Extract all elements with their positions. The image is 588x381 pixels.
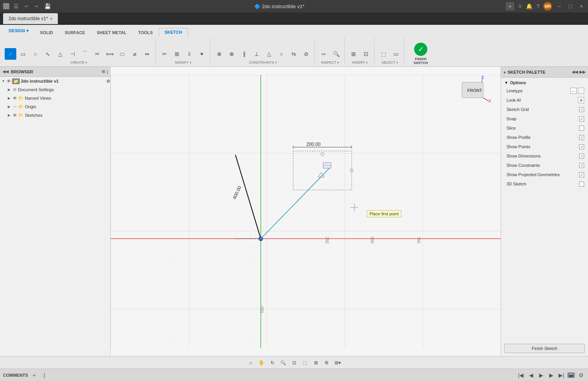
option-row-show-points[interactable]: Show Points: [501, 142, 588, 151]
trim-modify-button[interactable]: ✂: [159, 48, 170, 60]
linetype-dashed-icon[interactable]: ⬚: [578, 88, 584, 94]
tab-surface[interactable]: SURFACE: [59, 28, 91, 36]
help-button[interactable]: ?: [536, 3, 539, 9]
collapse-panel-button[interactable]: |: [40, 371, 48, 379]
notifications-button[interactable]: 🔔: [526, 3, 532, 9]
option-row-show-dimensions[interactable]: Show Dimensions: [501, 151, 588, 161]
show-profile-checkbox[interactable]: [579, 135, 584, 140]
offset-tool-button[interactable]: ⟺: [104, 48, 116, 60]
tab-close-icon[interactable]: ×: [50, 17, 52, 21]
redo-button[interactable]: ↪: [33, 3, 40, 10]
tab-sketch[interactable]: SKETCH: [159, 28, 188, 36]
add-tab-button[interactable]: +: [506, 2, 514, 10]
visibility-icon-origin[interactable]: 👁: [13, 104, 17, 109]
doc-settings-icon[interactable]: ⚙: [106, 79, 110, 84]
fix-button[interactable]: ⊘: [300, 48, 312, 60]
offset-modify-button[interactable]: ⊞: [171, 48, 183, 60]
coincident-button[interactable]: ⊕: [213, 48, 225, 60]
sketch-grid-checkbox[interactable]: [579, 107, 584, 112]
spline-tool-button[interactable]: ∿: [42, 48, 54, 60]
finish-sketch-toolbar-button[interactable]: ✓ FINISH SKETCH: [408, 42, 434, 65]
linetype-solid-icon[interactable]: —: [571, 88, 577, 94]
display-button[interactable]: ⬚: [300, 358, 310, 367]
add-comment-button[interactable]: +: [30, 371, 38, 379]
pan-button[interactable]: ✋: [257, 358, 266, 367]
select1-button[interactable]: ⬚: [378, 48, 389, 60]
option-row-show-constraints[interactable]: Show Constraints: [501, 161, 588, 170]
tree-item-settings[interactable]: ▶ ⚙ Document Settings: [0, 85, 110, 94]
home-view-button[interactable]: ⌂: [246, 358, 255, 367]
select2-button[interactable]: ▭: [390, 48, 402, 60]
visibility-icon-doc[interactable]: 👁: [7, 79, 11, 83]
tab-sheet-metal[interactable]: SHEET METAL: [91, 28, 132, 36]
browser-nav-prev[interactable]: ◀◀: [2, 69, 9, 74]
tree-item-origin[interactable]: ▶ 👁 📁 Origin: [0, 102, 110, 111]
document-tab[interactable]: 2do instructible v1* ×: [3, 13, 58, 24]
line-tool-button[interactable]: ⟋: [5, 48, 16, 60]
option-row-3d-sketch[interactable]: 3D Sketch: [501, 179, 588, 189]
zoom-button[interactable]: 🔍: [279, 358, 288, 367]
equal-button[interactable]: ○: [276, 48, 287, 60]
collinear-button[interactable]: ⊗: [226, 48, 238, 60]
arc-tool-button[interactable]: ⌒: [79, 48, 91, 60]
tangent-button[interactable]: △: [263, 48, 275, 60]
browser-expand-button[interactable]: ⊞: [102, 69, 105, 74]
slice-checkbox[interactable]: [579, 126, 584, 131]
tree-item-sketches[interactable]: ▶ 👁 📁 Sketches: [0, 111, 110, 119]
nav-prev-button[interactable]: ◀: [527, 371, 535, 379]
polygon-tool-button[interactable]: △: [54, 48, 66, 60]
look-at-icon[interactable]: ⊞: [578, 97, 584, 103]
show-dimensions-checkbox[interactable]: [579, 154, 584, 159]
perpendicular-button[interactable]: ⊥: [251, 48, 262, 60]
statusbar-settings-button[interactable]: ⚙: [577, 371, 585, 379]
show-constraints-checkbox[interactable]: [579, 163, 584, 168]
circle-tool-button[interactable]: ○: [29, 48, 41, 60]
maximize-button[interactable]: □: [567, 2, 574, 10]
finish-sketch-palette-button[interactable]: Finish Sketch: [504, 344, 585, 353]
ellipse-tool-button[interactable]: ⬭: [116, 48, 128, 60]
option-row-show-projected[interactable]: Show Projected Geometries: [501, 170, 588, 179]
design-dropdown[interactable]: DESIGN ▾: [3, 26, 34, 36]
rotate-button[interactable]: ↻: [268, 358, 277, 367]
rect-tool-button[interactable]: ▭: [17, 48, 29, 60]
extend-tool-button[interactable]: ⊣: [67, 48, 78, 60]
3d-sketch-checkbox[interactable]: [579, 182, 584, 187]
show-projected-checkbox[interactable]: [579, 172, 584, 177]
insert2-button[interactable]: ⊡: [360, 48, 372, 60]
menu-button[interactable]: ☰: [12, 2, 21, 10]
view-cube[interactable]: Z X FRONT: [458, 74, 493, 109]
snap-checkbox[interactable]: [579, 116, 584, 121]
tree-item-named-views[interactable]: ▶ 👁 📁 Named Views: [0, 94, 110, 102]
options-collapse-icon[interactable]: ▼: [504, 80, 508, 85]
parallel-button[interactable]: ∥: [238, 48, 250, 60]
fillet-tool-button[interactable]: ⌀: [129, 48, 140, 60]
nav-first-button[interactable]: |◀: [517, 371, 525, 379]
option-row-sketch-grid[interactable]: Sketch Grid: [501, 105, 588, 114]
mirror-tool-button[interactable]: ⇔: [141, 48, 153, 60]
tree-item-doc[interactable]: ▼ 👁 📁 2do instructible v1 ⚙: [0, 77, 110, 85]
nav-play-button[interactable]: ▶: [537, 371, 545, 379]
more-settings-button[interactable]: ⊞▾: [333, 358, 342, 367]
save-button[interactable]: 💾: [42, 2, 53, 10]
undo-button[interactable]: ↩: [23, 3, 30, 10]
preferences-button[interactable]: ⚙: [322, 358, 331, 367]
nav-last-button[interactable]: ▶|: [557, 371, 565, 379]
tab-solid[interactable]: SOLID: [34, 28, 59, 36]
insert1-button[interactable]: ⊞: [348, 48, 359, 60]
option-row-show-profile[interactable]: Show Profile: [501, 133, 588, 142]
project-button[interactable]: ⇩: [184, 48, 195, 60]
move-button[interactable]: ✦: [196, 48, 208, 60]
measure-button[interactable]: ⇿: [318, 48, 330, 60]
visibility-icon-named-views[interactable]: 👁: [13, 96, 17, 100]
canvas[interactable]: 200.00 400.00 250 500 750 -250 Place fir…: [111, 67, 501, 356]
tab-tools[interactable]: TOOLS: [132, 28, 159, 36]
trim-tool-button[interactable]: ✂: [92, 48, 103, 60]
window-close-button[interactable]: ×: [578, 2, 585, 10]
palette-nav-button[interactable]: ◀◀: [572, 69, 578, 74]
show-points-checkbox[interactable]: [579, 144, 584, 149]
symmetry-button[interactable]: ⇆: [288, 48, 300, 60]
nav-next-button[interactable]: ▶: [547, 371, 555, 379]
grid-settings-button[interactable]: ⊞: [311, 358, 321, 367]
minimize-button[interactable]: −: [556, 2, 563, 10]
inspect-button[interactable]: 🔍: [330, 48, 342, 60]
